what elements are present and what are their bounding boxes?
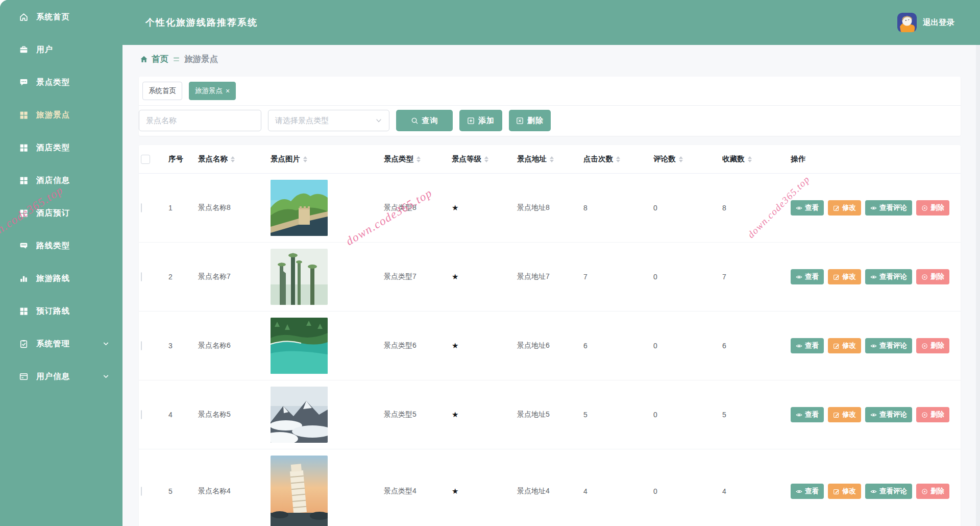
sidebar-item-label: 用户信息 — [36, 371, 70, 382]
grid-icon — [19, 110, 29, 120]
edit-icon — [833, 488, 840, 495]
briefcase-icon — [19, 45, 29, 55]
chat-icon — [19, 241, 29, 251]
view-comments-button[interactable]: 查看评论 — [865, 338, 912, 353]
sidebar-item-attraction-type[interactable]: 景点类型 — [0, 66, 122, 99]
cell-type: 景点类型4 — [378, 487, 446, 496]
tab-label: 系统首页 — [149, 86, 176, 95]
sort-icon[interactable] — [231, 156, 235, 162]
table-row: 2 景点名称7 景点类型7 ★ 景点地址 — [139, 243, 961, 312]
cell-level: ★ — [446, 487, 511, 496]
sidebar-item-users[interactable]: 用户 — [0, 33, 122, 66]
sidebar-item-system-home[interactable]: 系统首页 — [0, 1, 122, 33]
delete-button[interactable]: 删除 — [509, 110, 551, 131]
delete-row-button[interactable]: 删除 — [916, 484, 949, 499]
edit-button[interactable]: 修改 — [828, 484, 861, 499]
attraction-image-pisa-tower[interactable] — [271, 456, 328, 526]
view-comments-button[interactable]: 查看评论 — [865, 269, 912, 284]
search-button[interactable]: 查询 — [396, 110, 453, 131]
view-comments-button[interactable]: 查看评论 — [865, 484, 912, 499]
cell-name: 景点名称8 — [192, 203, 264, 212]
attraction-type-select[interactable]: 请选择景点类型 — [268, 110, 389, 131]
grid-icon — [19, 208, 29, 218]
scrollbar[interactable] — [976, 45, 980, 526]
sidebar-item-route-type[interactable]: 路线类型 — [0, 229, 122, 262]
view-button[interactable]: 查看 — [791, 407, 824, 422]
cell-comments: 0 — [647, 273, 716, 281]
attraction-name-input[interactable]: 景点名称 — [139, 110, 261, 131]
home-icon — [19, 12, 29, 22]
breadcrumb-home-label: 首页 — [152, 54, 168, 65]
logout-button[interactable]: 退出登录 — [897, 13, 954, 32]
sort-icon[interactable] — [484, 156, 488, 162]
row-checkbox[interactable] — [141, 203, 142, 212]
view-button[interactable]: 查看 — [791, 338, 824, 353]
sort-icon[interactable] — [616, 156, 620, 162]
edit-button[interactable]: 修改 — [828, 407, 861, 422]
sidebar-item-label: 酒店类型 — [36, 142, 70, 153]
row-checkbox[interactable] — [141, 410, 142, 419]
sidebar-item-system-management[interactable]: 系统管理 — [0, 327, 122, 360]
sort-icon[interactable] — [416, 156, 421, 162]
table-row: 5 景点名称4 — [139, 449, 961, 526]
sort-icon[interactable] — [303, 156, 307, 162]
sidebar-item-tourist-attractions[interactable]: 旅游景点 — [0, 99, 122, 131]
cell-clicks: 6 — [577, 342, 647, 350]
row-checkbox[interactable] — [141, 341, 142, 350]
attraction-image-jiuzhaigou[interactable] — [271, 318, 328, 374]
topbar: 个性化旅游线路推荐系统 退出登录 — [122, 0, 980, 45]
sidebar-item-user-info[interactable]: 用户信息 — [0, 360, 122, 393]
select-all-checkbox[interactable] — [141, 155, 150, 164]
view-button[interactable]: 查看 — [791, 269, 824, 284]
tab-tourist-attractions[interactable]: 旅游景点 × — [189, 82, 236, 100]
close-icon[interactable]: × — [226, 87, 230, 94]
delete-row-button[interactable]: 删除 — [916, 269, 949, 284]
sort-icon[interactable] — [550, 156, 554, 162]
breadcrumb-home[interactable]: 首页 — [139, 54, 168, 65]
chevron-down-icon — [103, 373, 109, 380]
attraction-image-snow-mountain[interactable] — [271, 387, 328, 443]
col-header-no: 序号 — [162, 154, 192, 164]
edit-icon — [833, 412, 840, 418]
attraction-image-zhangjiajie[interactable] — [271, 249, 328, 305]
cell-no: 1 — [162, 204, 192, 212]
cell-level: ★ — [446, 341, 511, 350]
cell-comments: 0 — [647, 204, 716, 212]
eye-icon — [870, 343, 877, 349]
edit-icon — [833, 343, 840, 349]
row-checkbox[interactable] — [141, 487, 142, 496]
breadcrumb-current: 旅游景点 — [184, 54, 218, 65]
view-comments-button[interactable]: 查看评论 — [865, 200, 912, 216]
cell-name: 景点名称6 — [192, 341, 264, 350]
edit-button[interactable]: 修改 — [828, 269, 861, 284]
view-button[interactable]: 查看 — [791, 200, 824, 216]
cell-address: 景点地址6 — [511, 341, 577, 350]
sidebar-item-hotel-booking[interactable]: 酒店预订 — [0, 197, 122, 229]
sort-icon[interactable] — [748, 156, 752, 162]
cell-comments: 0 — [647, 487, 716, 495]
sidebar-item-hotel-info[interactable]: 酒店信息 — [0, 164, 122, 197]
cell-no: 2 — [162, 273, 192, 281]
cell-favorites: 5 — [716, 411, 785, 419]
view-button[interactable]: 查看 — [791, 484, 824, 499]
delete-row-button[interactable]: 删除 — [916, 407, 949, 422]
row-checkbox[interactable] — [141, 272, 142, 281]
cell-name: 景点名称7 — [192, 272, 264, 281]
sidebar-item-booked-routes[interactable]: 预订路线 — [0, 295, 122, 327]
tab-system-home[interactable]: 系统首页 — [142, 82, 182, 100]
edit-button[interactable]: 修改 — [828, 338, 861, 353]
sort-icon[interactable] — [679, 156, 683, 162]
sidebar-item-travel-routes[interactable]: 旅游路线 — [0, 262, 122, 295]
delete-row-button[interactable]: 删除 — [916, 200, 949, 216]
avatar — [897, 13, 917, 32]
add-button[interactable]: 添加 — [459, 110, 502, 131]
sidebar-menu: 系统首页 用户 景点类型 旅游景点 — [0, 0, 122, 393]
cell-favorites: 8 — [716, 204, 785, 212]
sidebar-item-hotel-type[interactable]: 酒店类型 — [0, 131, 122, 164]
edit-button[interactable]: 修改 — [828, 200, 861, 216]
attraction-image-great-wall[interactable] — [271, 180, 328, 236]
delete-row-button[interactable]: 删除 — [916, 338, 949, 353]
main-content: 首页 旅游景点 系统首页 旅游景点 × 景点名称 请选择景点 — [122, 45, 980, 526]
cell-address: 景点地址7 — [511, 272, 577, 281]
view-comments-button[interactable]: 查看评论 — [865, 407, 912, 422]
